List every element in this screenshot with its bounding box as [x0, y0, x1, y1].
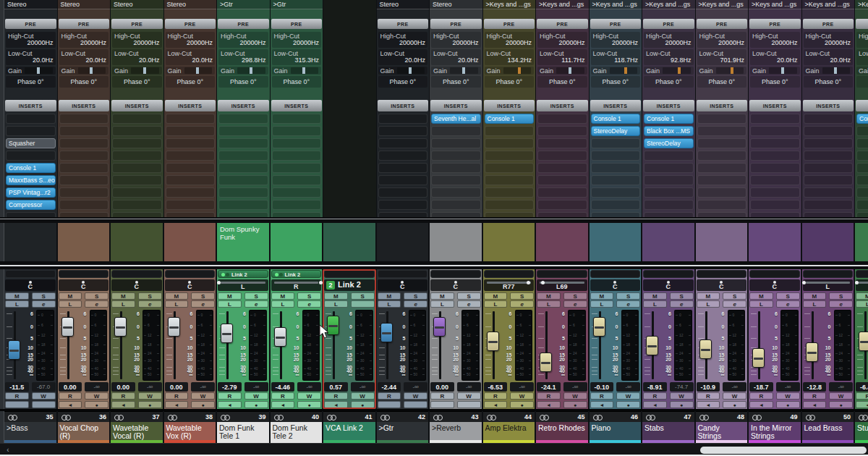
fader-value[interactable]: 0.00 [430, 382, 454, 392]
fader-value[interactable]: -24.1 [537, 382, 561, 392]
insert-slot[interactable] [485, 151, 535, 161]
read-automation-button[interactable]: R [324, 392, 348, 400]
insert-slot[interactable] [804, 212, 854, 217]
insert-slot[interactable] [750, 175, 800, 185]
insert-slot[interactable] [697, 175, 747, 185]
link-indicator[interactable] [749, 270, 800, 278]
insert-slot[interactable]: Console 1 [856, 114, 868, 124]
channel-name-cell[interactable]: Wavetable Vox (R) [164, 422, 216, 443]
rack-splitter[interactable] [0, 217, 868, 223]
channel-name-cell[interactable]: Vocal Chop (R) [58, 422, 110, 443]
channel-number-row[interactable]: 38 [164, 411, 216, 422]
insert-slot[interactable] [272, 151, 322, 161]
insert-slot[interactable] [378, 138, 428, 148]
insert-slot[interactable] [272, 163, 322, 173]
link-indicator[interactable] [590, 270, 641, 278]
edit-channel-button[interactable]: e [297, 300, 321, 308]
gain-handle[interactable] [834, 67, 837, 74]
insert-slot[interactable] [644, 163, 694, 173]
write-automation-button[interactable]: W [85, 392, 109, 400]
monitor-button[interactable]: ◄ [643, 401, 667, 408]
insert-slot[interactable] [166, 175, 216, 185]
solo-button[interactable]: S [138, 292, 162, 300]
meter-peak-value[interactable]: -∞ [776, 382, 800, 392]
pan-control[interactable]: L [856, 279, 868, 291]
insert-slot[interactable] [485, 126, 535, 136]
read-automation-button[interactable]: R [537, 392, 561, 400]
mute-button[interactable]: M [165, 292, 189, 300]
meter-peak-value[interactable]: -∞ [616, 382, 640, 392]
meter-peak-value[interactable]: -∞ [297, 382, 321, 392]
routing-label[interactable]: Stereo [164, 0, 217, 9]
gain-cell[interactable]: Gain [378, 67, 428, 75]
low-cut-cell[interactable]: Low-Cut20.0Hz [112, 49, 162, 65]
insert-slot[interactable] [537, 138, 587, 148]
write-automation-button[interactable]: W [32, 392, 56, 400]
track-picture-cell[interactable] [4, 223, 56, 261]
pan-control[interactable]: C [697, 279, 747, 291]
insert-slot[interactable] [431, 126, 481, 136]
phase-cell[interactable]: Phase 0° [750, 76, 800, 88]
mute-button[interactable]: M [697, 292, 720, 300]
write-automation-button[interactable]: W [510, 392, 534, 400]
channel-number-row[interactable]: 44 [483, 411, 535, 422]
low-cut-cell[interactable]: Low-Cut20.0Hz [804, 49, 854, 65]
insert-slot[interactable] [644, 212, 694, 217]
insert-slot[interactable] [431, 187, 481, 198]
record-enable-button[interactable]: ● [297, 401, 321, 408]
mute-button[interactable]: M [378, 292, 401, 300]
listen-button[interactable]: L [856, 300, 868, 308]
track-picture-cell[interactable] [111, 223, 163, 261]
meter-peak-value[interactable]: -∞ [351, 382, 375, 392]
high-cut-cell[interactable]: High-Cut20000Hz [6, 32, 56, 48]
monitor-button[interactable]: ◄ [111, 401, 135, 408]
solo-button[interactable]: S [297, 292, 321, 300]
gain-handle[interactable] [678, 67, 681, 74]
insert-slot[interactable] [272, 114, 322, 124]
inserts-rack-header[interactable]: INSERTS [378, 100, 429, 111]
read-automation-button[interactable]: R [643, 392, 667, 400]
channel-name-cell[interactable]: Piano [590, 422, 642, 443]
insert-slot[interactable]: Console 1 [644, 114, 694, 124]
channel-name-cell[interactable]: >Reverb [430, 422, 482, 443]
write-automation-button[interactable]: W [351, 392, 375, 400]
write-automation-button[interactable]: W [616, 392, 640, 400]
insert-slot[interactable] [166, 151, 216, 161]
insert-slot[interactable] [218, 138, 268, 148]
mute-button[interactable]: M [271, 292, 295, 300]
insert-slot[interactable]: StereoDelay [644, 138, 694, 148]
channel-name-cell[interactable]: Candy Strings [696, 422, 748, 443]
gain-cell[interactable]: Gain [537, 67, 587, 75]
insert-slot[interactable] [804, 126, 854, 136]
insert-slot[interactable] [6, 114, 56, 124]
insert-slot[interactable] [272, 175, 322, 185]
insert-slot[interactable] [591, 187, 641, 198]
read-automation-button[interactable]: R [697, 392, 720, 400]
track-picture-cell[interactable]: Dom Spunky Funk [217, 223, 269, 261]
insert-slot[interactable] [750, 126, 800, 136]
meter-peak-value[interactable]: -∞ [829, 382, 853, 392]
write-automation-button[interactable]: W [191, 392, 215, 400]
insert-slot[interactable] [856, 175, 868, 185]
mute-button[interactable]: M [590, 292, 614, 300]
record-enable-button[interactable]: ● [191, 401, 215, 408]
meter-peak-value[interactable]: -67.0 [32, 382, 56, 392]
insert-slot[interactable] [272, 212, 322, 217]
pan-control[interactable]: R77 [484, 279, 535, 291]
phase-cell[interactable]: Phase 0° [591, 76, 641, 88]
insert-slot[interactable] [59, 175, 109, 185]
channel-number-row[interactable]: 43 [430, 411, 482, 422]
routing-label[interactable]: >Keys and ...gs [855, 0, 868, 9]
channel-name-cell[interactable]: Dom Funk Tele 1 [217, 422, 269, 443]
fader-value[interactable]: -18.7 [749, 382, 773, 392]
pre-rack-header[interactable]: PRE [590, 19, 642, 29]
insert-slot[interactable] [804, 138, 854, 148]
fader-value[interactable]: -12.8 [803, 382, 827, 392]
track-picture-cell[interactable] [430, 223, 482, 261]
edit-channel-button[interactable]: e [32, 300, 56, 308]
channel-number-row[interactable]: 35 [4, 411, 56, 422]
fader-cap[interactable] [593, 317, 605, 337]
meter-peak-value[interactable]: -∞ [404, 382, 427, 392]
record-enable-button[interactable]: ● [616, 401, 640, 408]
high-cut-cell[interactable]: High-Cut20000Hz [112, 32, 162, 48]
